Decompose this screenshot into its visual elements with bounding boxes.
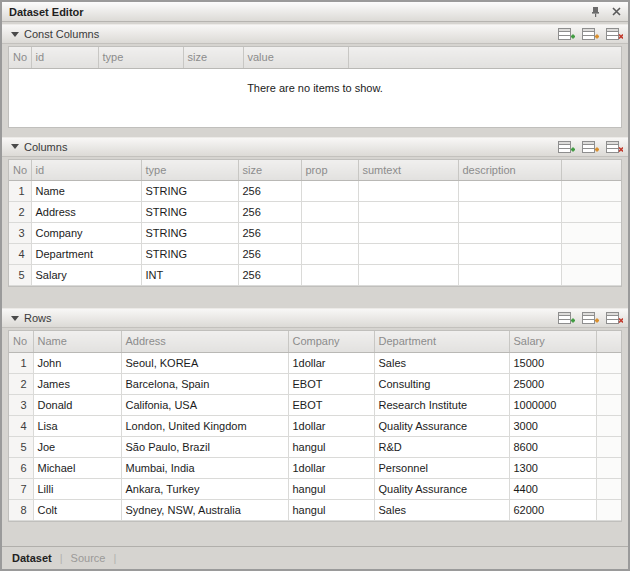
close-icon[interactable]: [610, 6, 622, 18]
row-number-cell[interactable]: 6: [9, 457, 33, 478]
cell[interactable]: Colt: [33, 499, 121, 520]
row-number-cell[interactable]: 3: [9, 223, 31, 244]
cell[interactable]: [301, 181, 358, 202]
row-number-cell[interactable]: 2: [9, 373, 33, 394]
cell[interactable]: STRING: [141, 223, 238, 244]
delete-row-icon[interactable]: [605, 27, 623, 41]
cell[interactable]: Sales: [374, 499, 509, 520]
cell[interactable]: hangul: [288, 478, 374, 499]
cell[interactable]: [458, 223, 561, 244]
collapse-icon[interactable]: [9, 28, 21, 40]
insert-row-icon[interactable]: [581, 27, 599, 41]
cell[interactable]: [358, 244, 458, 265]
cell[interactable]: Personnel: [374, 457, 509, 478]
cell[interactable]: hangul: [288, 436, 374, 457]
cell[interactable]: [458, 181, 561, 202]
column-header[interactable]: Salary: [509, 331, 596, 352]
column-header[interactable]: value: [243, 47, 348, 68]
cell[interactable]: Quality Assurance: [374, 415, 509, 436]
cell[interactable]: [358, 202, 458, 223]
cell[interactable]: Sydney, NSW, Australia: [121, 499, 288, 520]
cell[interactable]: Joe: [33, 436, 121, 457]
delete-row-icon[interactable]: [605, 311, 623, 325]
column-header[interactable]: size: [238, 160, 301, 181]
cell[interactable]: 4400: [509, 478, 596, 499]
cell[interactable]: John: [33, 352, 121, 373]
insert-row-icon[interactable]: [581, 311, 599, 325]
add-row-icon[interactable]: [557, 27, 575, 41]
cell[interactable]: [301, 202, 358, 223]
row-number-cell[interactable]: 4: [9, 244, 31, 265]
column-header[interactable]: type: [98, 47, 183, 68]
cell[interactable]: 1dollar: [288, 415, 374, 436]
row-number-cell[interactable]: 5: [9, 265, 31, 286]
cell[interactable]: James: [33, 373, 121, 394]
cell[interactable]: STRING: [141, 181, 238, 202]
cell[interactable]: Consulting: [374, 373, 509, 394]
cell[interactable]: Sales: [374, 352, 509, 373]
cell[interactable]: Lisa: [33, 415, 121, 436]
row-number-cell[interactable]: 8: [9, 499, 33, 520]
cell[interactable]: Research Institute: [374, 394, 509, 415]
cell[interactable]: 1dollar: [288, 352, 374, 373]
cell[interactable]: 15000: [509, 352, 596, 373]
cell[interactable]: [358, 181, 458, 202]
cell[interactable]: [358, 265, 458, 286]
column-header[interactable]: Department: [374, 331, 509, 352]
column-header[interactable]: Company: [288, 331, 374, 352]
cell[interactable]: EBOT: [288, 394, 374, 415]
cell[interactable]: R&D: [374, 436, 509, 457]
cell[interactable]: São Paulo, Brazil: [121, 436, 288, 457]
add-row-icon[interactable]: [557, 140, 575, 154]
cell[interactable]: [458, 244, 561, 265]
column-header[interactable]: No: [9, 47, 31, 68]
cell[interactable]: [301, 265, 358, 286]
cell[interactable]: INT: [141, 265, 238, 286]
row-number-cell[interactable]: 2: [9, 202, 31, 223]
cell[interactable]: Department: [31, 244, 141, 265]
column-header[interactable]: Address: [121, 331, 288, 352]
column-header[interactable]: prop: [301, 160, 358, 181]
cell[interactable]: [458, 265, 561, 286]
cell[interactable]: Donald: [33, 394, 121, 415]
row-number-cell[interactable]: 3: [9, 394, 33, 415]
cell[interactable]: Califonia, USA: [121, 394, 288, 415]
cell[interactable]: London, United Kingdom: [121, 415, 288, 436]
cell[interactable]: Name: [31, 181, 141, 202]
tab-source[interactable]: Source: [69, 552, 108, 564]
cell[interactable]: 25000: [509, 373, 596, 394]
cell[interactable]: 1dollar: [288, 457, 374, 478]
cell[interactable]: Michael: [33, 457, 121, 478]
row-number-cell[interactable]: 1: [9, 352, 33, 373]
column-header[interactable]: id: [31, 160, 141, 181]
cell[interactable]: [301, 244, 358, 265]
cell[interactable]: Barcelona, Spain: [121, 373, 288, 394]
row-number-cell[interactable]: 1: [9, 181, 31, 202]
column-header[interactable]: No: [9, 160, 31, 181]
cell[interactable]: 8600: [509, 436, 596, 457]
column-header[interactable]: description: [458, 160, 561, 181]
cell[interactable]: STRING: [141, 244, 238, 265]
cell[interactable]: 62000: [509, 499, 596, 520]
cell[interactable]: hangul: [288, 499, 374, 520]
cell[interactable]: [301, 223, 358, 244]
column-header[interactable]: type: [141, 160, 238, 181]
cell[interactable]: EBOT: [288, 373, 374, 394]
cell[interactable]: 256: [238, 223, 301, 244]
cell[interactable]: [458, 202, 561, 223]
cell[interactable]: 1000000: [509, 394, 596, 415]
cell[interactable]: Mumbai, India: [121, 457, 288, 478]
row-number-cell[interactable]: 4: [9, 415, 33, 436]
cell[interactable]: Quality Assurance: [374, 478, 509, 499]
collapse-icon[interactable]: [9, 141, 21, 153]
cell[interactable]: Address: [31, 202, 141, 223]
cell[interactable]: 256: [238, 265, 301, 286]
cell[interactable]: Company: [31, 223, 141, 244]
column-header[interactable]: No: [9, 331, 33, 352]
column-header[interactable]: size: [183, 47, 243, 68]
cell[interactable]: [358, 223, 458, 244]
cell[interactable]: 1300: [509, 457, 596, 478]
column-header[interactable]: Name: [33, 331, 121, 352]
cell[interactable]: Salary: [31, 265, 141, 286]
column-header[interactable]: sumtext: [358, 160, 458, 181]
